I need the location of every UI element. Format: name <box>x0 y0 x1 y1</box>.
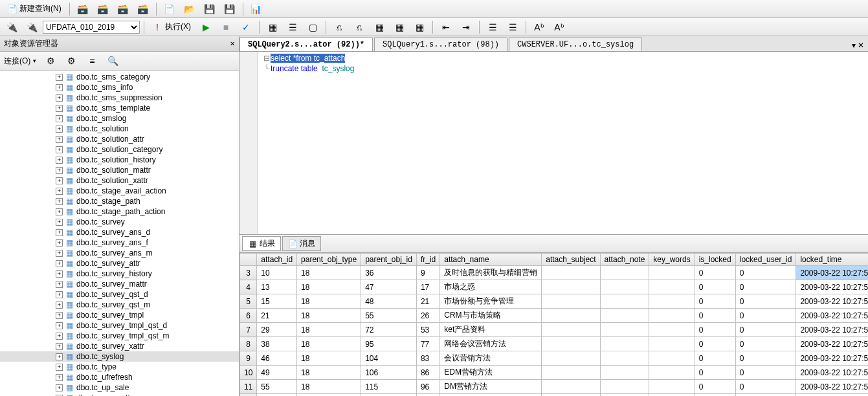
cell[interactable] <box>649 323 695 337</box>
cell[interactable]: 77 <box>416 337 440 351</box>
cell[interactable]: 2001 <box>297 394 361 397</box>
editor-code[interactable]: ⊟select *from tc_attach └truncate table … <box>258 52 868 234</box>
cell[interactable]: 2006 <box>257 394 297 397</box>
cell[interactable]: 165 <box>361 394 417 397</box>
cell[interactable] <box>600 266 649 280</box>
table-row[interactable]: 838189577网络会议营销方法002009-03-22 10:27:55.7… <box>240 337 869 351</box>
cell[interactable]: 18 <box>297 380 361 394</box>
cell[interactable] <box>649 280 695 294</box>
tb-case1[interactable]: Aᵇ <box>530 20 548 34</box>
cell[interactable]: 46 <box>257 351 297 366</box>
results-grid-wrap[interactable]: attach_idparent_obj_typeparent_obj_idfr_… <box>239 253 868 396</box>
object-explorer-close[interactable]: ✕ <box>230 40 235 47</box>
cell[interactable] <box>600 351 649 366</box>
cell[interactable]: 18 <box>297 337 361 351</box>
cell[interactable] <box>649 309 695 323</box>
cell[interactable] <box>600 366 649 380</box>
cell[interactable]: 83 <box>416 351 440 366</box>
cell[interactable]: 2009-03-22 10:27:55.753 <box>796 337 868 351</box>
column-header[interactable]: is_locked <box>695 254 735 266</box>
cell[interactable]: 0 <box>735 380 796 394</box>
cell[interactable]: 0 <box>695 294 735 309</box>
cell[interactable] <box>600 294 649 309</box>
row-number[interactable]: 7 <box>240 323 257 337</box>
tb-indent2[interactable]: ⇥ <box>457 20 475 34</box>
tree-item[interactable]: +▦dbo.tc_solution_xattr <box>0 175 239 186</box>
cell[interactable]: 2009-03-22 10:27:55.753 <box>796 266 868 280</box>
tree-item[interactable]: +▦dbo.tc_survey_tmpl_qst_d <box>0 320 239 331</box>
tb-p2[interactable]: ⎌ <box>350 20 368 34</box>
tree-item[interactable]: +▦dbo.tc_stage_path_action <box>0 206 239 217</box>
cell[interactable]: 市场之惑 <box>440 280 542 294</box>
expand-icon[interactable]: + <box>56 384 63 391</box>
cell[interactable]: 0 <box>735 366 796 380</box>
row-number[interactable]: 6 <box>240 309 257 323</box>
tb-save[interactable]: 💾 <box>201 2 219 16</box>
cell[interactable]: 巡检报告 <box>440 394 542 397</box>
expand-icon[interactable]: + <box>56 198 63 205</box>
oe-btn-2[interactable]: ⚙ <box>62 54 80 68</box>
cell[interactable]: 96 <box>416 380 440 394</box>
cell[interactable]: 38 <box>257 337 297 351</box>
cell[interactable]: 0 <box>695 309 735 323</box>
cell[interactable]: 及时信息的获取与精细营销 <box>440 266 542 280</box>
expand-icon[interactable]: + <box>56 322 63 329</box>
connect-label[interactable]: 连接(O) <box>4 56 30 67</box>
tb-comment2[interactable]: ☰ <box>504 20 522 34</box>
tree-item[interactable]: +▦dbo.tc_syslog <box>0 351 239 362</box>
cell[interactable]: 0 <box>695 351 735 366</box>
expand-icon[interactable]: + <box>56 302 63 309</box>
cell[interactable] <box>600 280 649 294</box>
cell[interactable]: 0 <box>735 266 796 280</box>
cell[interactable]: 10 <box>257 266 297 280</box>
tree-item[interactable]: +▦dbo.tc_smslog <box>0 113 239 124</box>
run-button[interactable]: ▶ <box>197 20 215 34</box>
expand-icon[interactable]: + <box>56 84 63 91</box>
sql-editor[interactable]: ⊟select *from tc_attach └truncate table … <box>239 52 868 235</box>
expand-icon[interactable]: + <box>56 136 63 143</box>
execute-button[interactable]: ! 执行(X) <box>148 19 195 34</box>
expand-icon[interactable]: + <box>56 188 63 195</box>
cell[interactable]: DM营销方法 <box>440 380 542 394</box>
tb-p1[interactable]: ⎌ <box>330 20 348 34</box>
tree-item[interactable]: +▦dbo.tc_survey_ans_m <box>0 248 239 258</box>
tree-item[interactable]: +▦dbo.tc_stage_avail_action <box>0 186 239 196</box>
tree-item[interactable]: +▦dbo.tc_user_attr <box>0 393 239 396</box>
expand-icon[interactable]: + <box>56 74 63 81</box>
cell[interactable] <box>649 266 695 280</box>
tree-item[interactable]: +▦dbo.tc_sms_category <box>0 72 239 82</box>
cell[interactable]: 2009-03-22 10:27:55.753 <box>796 309 868 323</box>
cell[interactable]: 会议营销方法 <box>440 351 542 366</box>
cell[interactable]: 2009-03-22 10:27:55.753 <box>796 280 868 294</box>
cell[interactable]: 2009-03-22 10:27:55.753 <box>796 366 868 380</box>
cell[interactable]: ... <box>542 394 600 397</box>
cell[interactable]: 巡检报告 <box>600 394 649 397</box>
column-header[interactable]: attach_id <box>257 254 297 266</box>
expand-icon[interactable]: + <box>56 312 63 319</box>
table-row[interactable]: 9461810483会议营销方法002009-03-22 10:27:55.75… <box>240 351 869 366</box>
cell[interactable] <box>542 266 600 280</box>
oe-btn-1[interactable]: ⚙ <box>41 54 60 68</box>
cell[interactable]: 26 <box>416 309 440 323</box>
cell[interactable]: 95 <box>361 337 417 351</box>
cell[interactable] <box>600 380 649 394</box>
expand-icon[interactable]: + <box>56 126 63 133</box>
table-row[interactable]: 10491810686EDM营销方法002009-03-22 10:27:55.… <box>240 366 869 380</box>
column-header[interactable]: attach_subject <box>542 254 600 266</box>
cell[interactable]: 0 <box>735 394 796 397</box>
cell[interactable]: EDM营销方法 <box>440 366 542 380</box>
cell[interactable] <box>649 351 695 366</box>
column-header[interactable]: parent_obj_id <box>361 254 417 266</box>
tree-item[interactable]: +▦dbo.tc_survey_qst_m <box>0 300 239 310</box>
cell[interactable]: 0 <box>695 380 735 394</box>
tb-indent1[interactable]: ⇤ <box>437 20 455 34</box>
tb-activity[interactable]: 📊 <box>247 2 265 16</box>
tree-item[interactable]: +▦dbo.tc_survey_tmpl_qst_m <box>0 331 239 341</box>
cell[interactable]: 2009-03-22 10:27:55.753 <box>796 380 868 394</box>
row-number[interactable]: 5 <box>240 294 257 309</box>
tb-p4[interactable]: ▦ <box>390 20 408 34</box>
tree-item[interactable]: +▦dbo.tc_sms_template <box>0 103 239 113</box>
expand-icon[interactable]: + <box>56 343 63 350</box>
cell[interactable]: ket产品资料 <box>440 323 542 337</box>
cell[interactable]: 17 <box>416 280 440 294</box>
